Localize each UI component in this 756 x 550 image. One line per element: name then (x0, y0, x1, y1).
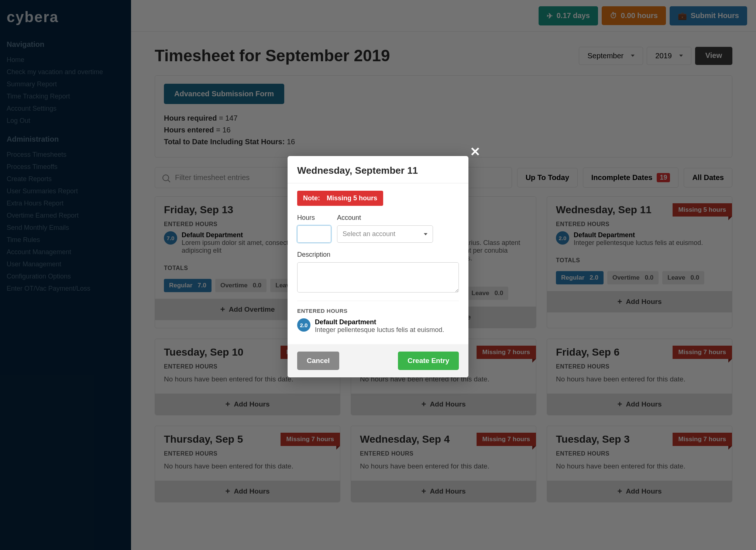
description-input[interactable] (297, 262, 459, 293)
modal-entered-heading: ENTERED HOURS (297, 301, 459, 314)
modal-title: Wednesday, September 11 (297, 165, 459, 176)
chevron-down-icon (424, 233, 427, 235)
create-entry-button[interactable]: Create Entry (398, 352, 459, 370)
modal-note-pill: Note: Missing 5 hours (297, 191, 383, 206)
hours-label: Hours (297, 214, 331, 222)
entry-department: Default Department (315, 318, 444, 326)
account-select[interactable]: Select an account (337, 225, 433, 243)
entry-modal: Wednesday, September 11 Note: Missing 5 … (288, 156, 468, 377)
account-label: Account (337, 214, 433, 222)
entry-hours-badge: 2.0 (297, 318, 310, 332)
description-label: Description (297, 251, 459, 259)
modal-wrap: ✕ Wednesday, September 11 Note: Missing … (288, 156, 468, 377)
account-placeholder: Select an account (343, 230, 395, 238)
note-label: Note: (303, 194, 320, 202)
note-message: Missing 5 hours (327, 194, 377, 202)
entry-description: Integer pellentesque luctus felis at eui… (315, 326, 444, 334)
close-icon[interactable]: ✕ (470, 144, 480, 159)
cancel-button[interactable]: Cancel (297, 352, 339, 370)
hours-input[interactable] (297, 225, 331, 243)
